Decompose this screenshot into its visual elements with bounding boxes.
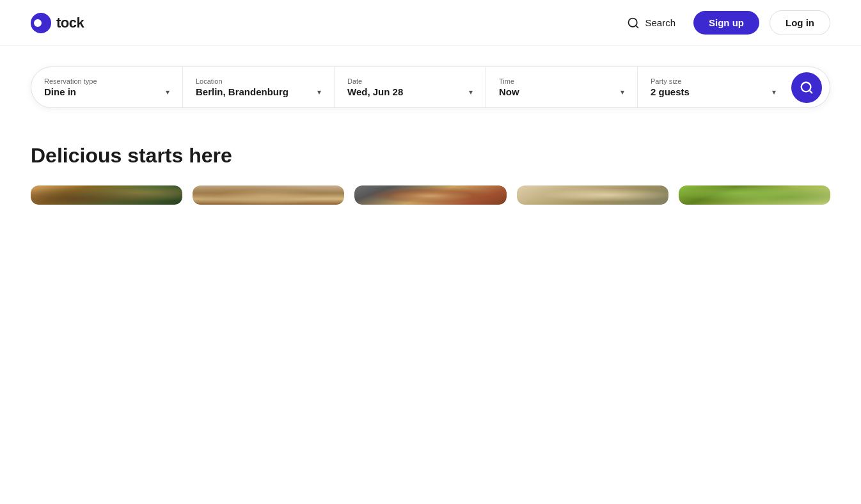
location-value-row: Berlin, Brandenburg ▾	[196, 86, 321, 97]
nav-actions: Search Sign up Log in	[619, 10, 830, 35]
time-value-row: Now ▾	[499, 86, 624, 97]
category-grid: Dine inPickupDeliveryEventsWineries	[31, 185, 830, 205]
reservation-type-field[interactable]: Reservation type Dine in ▾	[31, 67, 183, 107]
svg-point-1	[34, 19, 42, 27]
date-value-row: Wed, Jun 28 ▾	[347, 86, 473, 97]
time-value: Now	[499, 86, 519, 97]
category-card-wineries[interactable]: Wineries	[679, 185, 830, 205]
location-chevron-icon: ▾	[317, 88, 321, 97]
logo[interactable]: tock	[31, 13, 84, 33]
navbar: tock Search Sign up Log in	[0, 0, 861, 46]
search-bar: Reservation type Dine in ▾ Location Berl…	[31, 67, 830, 108]
logo-text: tock	[56, 15, 84, 31]
search-bar-section: Reservation type Dine in ▾ Location Berl…	[0, 46, 861, 118]
search-icon	[627, 17, 640, 29]
svg-line-3	[636, 25, 638, 28]
category-card-dine-in[interactable]: Dine in	[31, 185, 182, 205]
location-value: Berlin, Brandenburg	[196, 86, 288, 97]
location-field[interactable]: Location Berlin, Brandenburg ▾	[183, 67, 335, 107]
svg-line-5	[809, 90, 812, 93]
reservation-type-value-row: Dine in ▾	[44, 86, 170, 97]
date-field[interactable]: Date Wed, Jun 28 ▾	[335, 67, 486, 107]
date-chevron-icon: ▾	[469, 88, 473, 97]
time-chevron-icon: ▾	[620, 88, 624, 97]
main-content: Delicious starts here Dine inPickupDeliv…	[0, 118, 861, 261]
search-submit-icon	[800, 81, 814, 95]
party-size-field[interactable]: Party size 2 guests ▾	[638, 67, 789, 107]
category-card-events[interactable]: Events	[517, 185, 668, 205]
reservation-type-label: Reservation type	[44, 77, 170, 85]
login-button[interactable]: Log in	[770, 10, 830, 35]
category-image-2	[354, 185, 506, 205]
search-nav-label: Search	[645, 17, 675, 28]
date-label: Date	[347, 77, 473, 85]
category-image-3	[517, 185, 668, 205]
signup-button[interactable]: Sign up	[693, 11, 759, 35]
party-size-value-row: 2 guests ▾	[651, 86, 776, 97]
category-card-delivery[interactable]: Delivery	[354, 185, 506, 205]
time-field[interactable]: Time Now ▾	[486, 67, 638, 107]
tock-logo-icon	[31, 13, 51, 33]
party-size-chevron-icon: ▾	[772, 88, 776, 97]
search-submit-button[interactable]	[791, 72, 822, 103]
time-label: Time	[499, 77, 624, 85]
date-value: Wed, Jun 28	[347, 86, 403, 97]
party-size-value: 2 guests	[651, 86, 690, 97]
search-nav-button[interactable]: Search	[619, 12, 683, 35]
category-card-pickup[interactable]: Pickup	[193, 185, 344, 205]
category-image-1	[193, 185, 344, 205]
reservation-type-value: Dine in	[44, 86, 76, 97]
party-size-label: Party size	[651, 77, 776, 85]
category-image-4	[679, 185, 830, 205]
reservation-type-chevron-icon: ▾	[166, 88, 170, 97]
location-label: Location	[196, 77, 321, 85]
category-image-0	[31, 185, 182, 205]
section-title: Delicious starts here	[31, 144, 830, 168]
